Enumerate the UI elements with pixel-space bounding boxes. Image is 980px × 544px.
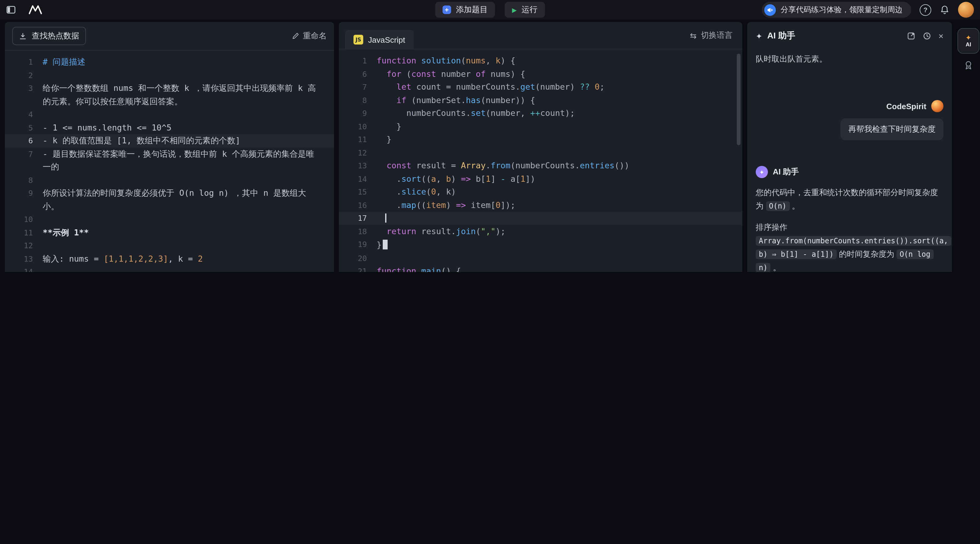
line-number: 9 bbox=[339, 107, 377, 120]
ai-extension-button[interactable]: ✦ AI bbox=[958, 28, 979, 54]
close-ai-icon[interactable]: × bbox=[939, 31, 943, 41]
marscode-logo[interactable] bbox=[28, 5, 43, 14]
line-content: numberCounts.set(number, ++count); bbox=[377, 107, 742, 120]
topbar: + 添加题目 ▶ 运行 分享代码练习体验，领限量定制周边 ? bbox=[0, 0, 980, 19]
line-number: 1 bbox=[339, 54, 377, 67]
code-line-10[interactable]: 10 } bbox=[339, 120, 742, 133]
user-avatar[interactable] bbox=[958, 2, 974, 18]
editor-panel: JS JavaScript ⇆ 切换语言 1function solution(… bbox=[339, 22, 742, 272]
switch-language-button[interactable]: ⇆ 切换语言 bbox=[690, 30, 733, 41]
line-number: 13 bbox=[339, 159, 377, 172]
ai-header: ✦ AI 助手 × bbox=[747, 22, 952, 50]
problem-editor[interactable]: 1# 问题描述23给你一个整数数组 nums 和一个整数 k ，请你返回其中出现… bbox=[5, 51, 334, 272]
code-line-19[interactable]: 19} bbox=[339, 238, 742, 252]
line-content: - k 的取值范围是 [1, 数组中不相同的元素的个数] bbox=[43, 134, 334, 147]
line-content: 输入: nums = [1,1,1,2,2,3], k = 2 bbox=[43, 252, 334, 265]
md-line-13[interactable]: 13输入: nums = [1,1,1,2,2,3], k = 2 bbox=[5, 252, 334, 265]
tab-label: JavaScript bbox=[368, 35, 405, 44]
code-line-21[interactable]: 21function main() { bbox=[339, 265, 742, 272]
swap-icon: ⇆ bbox=[690, 31, 697, 40]
code-line-13[interactable]: 13 const result = Array.from(numberCount… bbox=[339, 159, 742, 172]
code-line-15[interactable]: 15 .slice(0, k) bbox=[339, 185, 742, 198]
code-line-18[interactable]: 18 return result.join(","); bbox=[339, 225, 742, 238]
line-number: 20 bbox=[339, 252, 377, 265]
md-line-12[interactable]: 12 bbox=[5, 239, 334, 252]
line-number: 7 bbox=[5, 147, 43, 160]
badge-icon[interactable] bbox=[963, 60, 974, 71]
code-line-16[interactable]: 16 .map((item) => item[0]); bbox=[339, 198, 742, 212]
line-number: 1 bbox=[5, 56, 43, 69]
switch-language-label: 切换语言 bbox=[701, 30, 733, 41]
promo-banner[interactable]: 分享代码练习体验，领限量定制周边 bbox=[762, 2, 911, 18]
popout-icon[interactable] bbox=[907, 32, 915, 40]
code-line-14[interactable]: 14 .sort((a, b) => b[1] - a[1]) bbox=[339, 172, 742, 185]
run-button[interactable]: ▶ 运行 bbox=[504, 2, 544, 18]
md-line-9[interactable]: 9你所设计算法的时间复杂度必须优于 O(n log n) ，其中 n 是数组大小… bbox=[5, 187, 334, 213]
line-content: 给你一个整数数组 nums 和一个整数 k ，请你返回其中出现频率前 k 高的元… bbox=[43, 82, 334, 108]
code-editor[interactable]: 1function solution(nums, k) {6 for (cons… bbox=[339, 49, 742, 272]
line-number: 13 bbox=[5, 252, 43, 265]
md-line-6[interactable]: 6- k 的取值范围是 [1, 数组中不相同的元素的个数] bbox=[5, 134, 334, 147]
sidebar-toggle-icon[interactable] bbox=[6, 5, 16, 14]
line-content bbox=[377, 212, 742, 225]
line-number: 14 bbox=[5, 265, 43, 272]
editor-vscrollbar[interactable] bbox=[737, 54, 740, 145]
md-line-2[interactable]: 2 bbox=[5, 69, 334, 82]
md-line-7[interactable]: 7- 题目数据保证答案唯一，换句话说，数组中前 k 个高频元素的集合是唯一的 bbox=[5, 147, 334, 174]
line-number: 10 bbox=[339, 120, 377, 133]
line-number: 8 bbox=[5, 174, 43, 187]
md-line-10[interactable]: 10 bbox=[5, 213, 334, 226]
md-line-11[interactable]: 11**示例 1** bbox=[5, 226, 334, 239]
add-problem-button[interactable]: + 添加题目 bbox=[435, 2, 495, 18]
code-line-7[interactable]: 7 let count = numberCounts.get(number) ?… bbox=[339, 80, 742, 94]
ai-conversation: 队时取出队首元素。 CodeSpirit 再帮我检查下时间复杂度 ✦ AI 助手… bbox=[747, 50, 952, 272]
md-line-4[interactable]: 4 bbox=[5, 108, 334, 121]
line-number: 17 bbox=[339, 212, 377, 225]
rename-button[interactable]: 重命名 bbox=[292, 30, 327, 41]
assistant-message-block: ✦ AI 助手 您的代码中，去重和统计次数的循环部分时间复杂度为 O(n) 。排… bbox=[756, 166, 943, 272]
edge-rail: ✦ AI bbox=[957, 22, 980, 272]
line-number: 11 bbox=[5, 226, 43, 239]
bell-icon[interactable] bbox=[940, 5, 950, 14]
code-line-9[interactable]: 9 numberCounts.set(number, ++count); bbox=[339, 107, 742, 120]
md-line-8[interactable]: 8 bbox=[5, 174, 334, 187]
problem-title: 查找热点数据 bbox=[32, 30, 79, 41]
line-content: for (const number of nums) { bbox=[377, 67, 742, 80]
line-content: .map((item) => item[0]); bbox=[377, 198, 742, 212]
code-line-8[interactable]: 8 if (numberSet.has(number)) { bbox=[339, 94, 742, 107]
md-line-1[interactable]: 1# 问题描述 bbox=[5, 56, 334, 69]
play-icon: ▶ bbox=[512, 6, 517, 13]
md-line-3[interactable]: 3给你一个整数数组 nums 和一个整数 k ，请你返回其中出现频率前 k 高的… bbox=[5, 82, 334, 108]
assistant-partial-text: 队时取出队首元素。 bbox=[756, 54, 943, 65]
editor-tabbar: JS JavaScript ⇆ 切换语言 bbox=[339, 22, 742, 49]
ai-panel-title: AI 助手 bbox=[767, 30, 795, 41]
code-line-1[interactable]: 1function solution(nums, k) { bbox=[339, 54, 742, 67]
code-line-17[interactable]: 17 bbox=[339, 212, 742, 225]
line-content: 你所设计算法的时间复杂度必须优于 O(n log n) ，其中 n 是数组大小。 bbox=[43, 187, 334, 213]
line-content: **示例 1** bbox=[43, 226, 334, 239]
help-icon[interactable]: ? bbox=[920, 4, 931, 16]
problem-panel: 查找热点数据 重命名 1# 问题描述23给你一个整数数组 nums 和一个整数 … bbox=[5, 22, 334, 272]
code-line-12[interactable]: 12 bbox=[339, 146, 742, 159]
line-content: return result.join(","); bbox=[377, 225, 742, 238]
app-window: + 添加题目 ▶ 运行 分享代码练习体验，领限量定制周边 ? bbox=[0, 0, 980, 272]
md-line-14[interactable]: 14 bbox=[5, 265, 334, 272]
problem-title-chip[interactable]: 查找热点数据 bbox=[12, 27, 86, 45]
run-label: 运行 bbox=[522, 4, 538, 15]
tab-javascript[interactable]: JS JavaScript bbox=[345, 30, 414, 49]
js-icon: JS bbox=[353, 35, 363, 45]
line-content: } bbox=[377, 120, 742, 133]
line-number: 6 bbox=[5, 134, 43, 147]
assistant-avatar: ✦ bbox=[756, 166, 768, 178]
md-line-5[interactable]: 5- 1 <= nums.length <= 10^5 bbox=[5, 121, 334, 134]
line-number: 8 bbox=[339, 94, 377, 107]
code-line-20[interactable]: 20 bbox=[339, 252, 742, 265]
code-line-6[interactable]: 6 for (const number of nums) { bbox=[339, 67, 742, 80]
problem-header: 查找热点数据 重命名 bbox=[5, 22, 334, 51]
code-line-11[interactable]: 11 } bbox=[339, 133, 742, 146]
history-icon[interactable] bbox=[923, 32, 931, 40]
sparkle-icon: ✦ bbox=[756, 32, 762, 41]
line-number: 14 bbox=[339, 172, 377, 185]
text-cursor bbox=[385, 214, 387, 223]
line-number: 12 bbox=[5, 239, 43, 252]
